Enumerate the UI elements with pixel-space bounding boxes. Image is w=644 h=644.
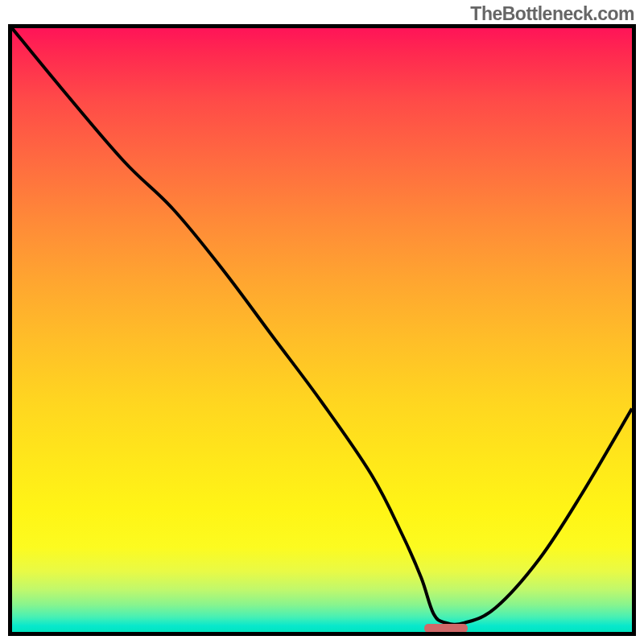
- plot-frame: [8, 24, 636, 636]
- chart-svg: [12, 28, 632, 632]
- plot-area: [12, 28, 632, 632]
- optimal-range-marker: [424, 624, 468, 632]
- watermark: TheBottleneck.com: [470, 3, 634, 25]
- bottleneck-curve-line: [12, 28, 632, 625]
